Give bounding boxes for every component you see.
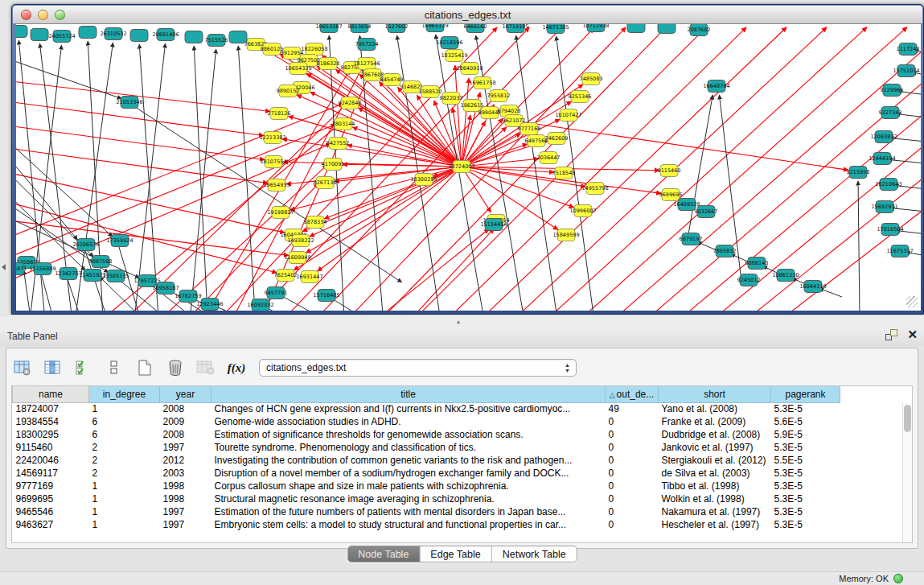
table-cell-in_degree[interactable]: 2 (89, 441, 160, 454)
graph-edge[interactable] (435, 27, 786, 311)
graph-node[interactable]: 9242848 (339, 97, 362, 109)
table-cell-in_degree[interactable]: 1 (89, 505, 160, 518)
graph-node[interactable]: 7955812 (487, 90, 511, 102)
table-cell-name[interactable]: 14569117 (13, 467, 89, 480)
table-cell-in_degree[interactable]: 1 (89, 492, 160, 505)
show-column-icon[interactable] (42, 356, 64, 379)
graph-node[interactable]: 8427552 (326, 138, 350, 150)
table-row[interactable]: 1830029562008Estimation of significance … (13, 428, 903, 441)
graph-node[interactable]: 11675317 (886, 245, 913, 257)
table-cell-name[interactable]: 18300295 (13, 428, 89, 441)
table-cell-title[interactable]: Changes of HCN gene expression and I(f) … (211, 402, 606, 415)
graph-node[interactable]: 9129966 (881, 84, 904, 97)
tab-node-table[interactable]: Node Table (347, 546, 420, 562)
graph-node[interactable]: 4170091 (322, 159, 345, 171)
table-scrollbar[interactable] (902, 403, 912, 542)
graph-node[interactable]: 24055724 (48, 31, 75, 43)
graph-node[interactable]: 16961758 (469, 77, 495, 89)
graph-edge[interactable] (16, 51, 121, 99)
table-cell-short[interactable]: Nakamura et al. (1997) (659, 505, 771, 518)
table-cell-out_degree[interactable]: 49 (606, 402, 659, 415)
graph-node[interactable]: 7518549 (552, 167, 576, 179)
table-cell-short[interactable]: Hescheler et al. (1997) (659, 518, 771, 531)
graph-node[interactable]: 7462609 (545, 133, 569, 145)
graph-edge[interactable] (194, 46, 210, 311)
graph-node[interactable]: 14671385 (542, 24, 569, 34)
graph-node[interactable]: 9822037 (440, 93, 463, 105)
table-cell-pagerank[interactable]: 5.3E-5 (771, 467, 840, 480)
table-cell-title[interactable]: Embryonic stem cells: a model to study s… (211, 518, 606, 531)
graph-node[interactable]: 16210643 (875, 179, 901, 191)
table-cell-in_degree[interactable]: 6 (89, 428, 160, 441)
table-cell-in_degree[interactable]: 2 (89, 467, 160, 480)
table-cell-short[interactable]: Wolkin et al. (1998) (659, 492, 771, 505)
graph-node[interactable]: 1117248 (897, 43, 920, 56)
window-resize-grip[interactable] (906, 296, 918, 307)
graph-node[interactable]: 9215958 (847, 167, 870, 179)
graph-node[interactable]: 7625402 (274, 270, 298, 282)
graph-node[interactable] (31, 29, 48, 41)
table-row[interactable]: 977716911998Corpus callosum shape and si… (13, 480, 903, 492)
new-column-icon[interactable] (133, 356, 156, 379)
table-cell-out_degree[interactable]: 0 (606, 518, 659, 531)
table-cell-year[interactable]: 2012 (160, 454, 211, 467)
graph-node[interactable]: 7515526 (205, 35, 228, 47)
graph-edge[interactable] (462, 167, 558, 229)
column-header-in_degree[interactable]: in_degree (89, 386, 160, 402)
table-cell-year[interactable]: 1997 (160, 441, 211, 454)
table-cell-short[interactable]: Stergiakouli et al. (2012) (659, 454, 771, 467)
table-row[interactable]: 1938455462009Genome-wide association stu… (13, 415, 903, 428)
close-panel-icon[interactable]: ✕ (907, 329, 918, 340)
graph-node[interactable]: 18640910 (456, 63, 483, 75)
table-cell-year[interactable]: 1997 (160, 505, 211, 518)
graph-edge[interactable] (455, 65, 462, 167)
column-header-out_degree[interactable]: △out_de... (606, 386, 659, 402)
table-cell-short[interactable]: Dudbridge et al. (2008) (659, 428, 771, 441)
graph-node[interactable]: 2036447 (537, 152, 561, 164)
graph-node[interactable]: 7957224 (355, 39, 379, 51)
table-row[interactable]: 969969511998Structural magnetic resonanc… (13, 492, 903, 505)
graph-node[interactable]: 5878334 (304, 216, 327, 229)
table-cell-pagerank[interactable]: 5.3E-5 (771, 402, 840, 415)
table-mode-icon[interactable] (11, 356, 34, 379)
table-cell-year[interactable]: 1998 (160, 480, 211, 492)
graph-node[interactable]: 9227343 (879, 107, 902, 119)
table-cell-title[interactable]: Estimation of the future numbers of pati… (211, 505, 606, 518)
graph-node[interactable]: 1588520 (419, 86, 442, 98)
graph-node[interactable]: 12093872 (870, 131, 897, 143)
column-header-short[interactable]: short (659, 386, 771, 402)
table-cell-name[interactable]: 9463627 (13, 518, 89, 531)
column-header-title[interactable]: title (211, 386, 606, 402)
network-canvas[interactable]: 1872400776638229860125891295418226058962… (16, 24, 921, 311)
memory-status-icon[interactable] (893, 574, 903, 583)
graph-node[interactable]: 9032667 (695, 206, 718, 218)
graph-edge[interactable] (49, 125, 339, 311)
graph-edge[interactable] (16, 130, 77, 240)
table-cell-title[interactable]: Estimation of significance thresholds fo… (211, 428, 606, 441)
graph-edge[interactable] (358, 108, 462, 167)
graph-edge[interactable] (596, 76, 921, 311)
graph-node[interactable]: 15716485 (313, 290, 339, 302)
table-cell-pagerank[interactable]: 5.3E-5 (771, 505, 840, 518)
table-cell-name[interactable]: 9115460 (13, 441, 89, 454)
table-cell-short[interactable]: Jankovic et al. (1997) (659, 441, 771, 454)
table-cell-in_degree[interactable]: 1 (89, 480, 160, 492)
table-row[interactable]: 1872400712008Changes of HCN gene express… (13, 402, 903, 415)
table-cell-pagerank[interactable]: 5.3E-5 (771, 492, 840, 505)
table-cell-name[interactable]: 22420046 (13, 454, 89, 467)
graph-node[interactable]: 17016504 (877, 224, 903, 236)
graph-node[interactable] (130, 30, 148, 42)
graph-node[interactable]: 16965129 (421, 24, 448, 32)
column-header-name[interactable]: name (13, 386, 89, 402)
graph-node[interactable]: 9097588 (89, 256, 113, 268)
function-builder-icon[interactable]: f(x) (225, 356, 248, 379)
graph-node[interactable] (185, 31, 203, 43)
table-cell-title[interactable]: Structural magnetic resonance image aver… (211, 492, 606, 505)
splitter-handle-icon[interactable]: ▴ (457, 319, 465, 324)
float-panel-icon[interactable] (885, 329, 897, 340)
table-cell-pagerank[interactable]: 5.3E-5 (771, 441, 840, 454)
graph-node[interactable] (79, 27, 97, 39)
graph-node[interactable]: 26310532 (100, 28, 126, 40)
table-cell-out_degree[interactable]: 0 (606, 441, 659, 454)
table-cell-out_degree[interactable]: 0 (606, 415, 659, 428)
